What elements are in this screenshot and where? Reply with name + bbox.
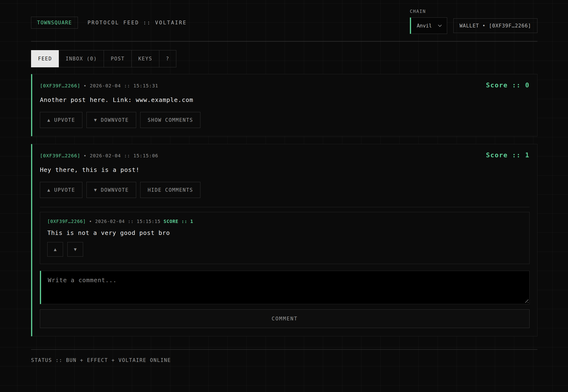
downvote-triangle-icon: ▼ [74,247,77,252]
upvote-label: UPVOTE [54,187,75,193]
header-left: TOWNSQUARE PROTOCOL FEED :: VOLTAIRE [31,17,187,29]
app-logo: TOWNSQUARE [31,17,78,29]
feed: [0XF39F…2266] • 2026-02-04 :: 15:15:31 S… [31,74,538,336]
downvote-button[interactable]: ▼ DOWNVOTE [86,182,136,198]
post-card: [0XF39F…2266] • 2026-02-04 :: 15:15:31 S… [31,74,538,136]
downvote-label: DOWNVOTE [101,187,129,193]
tab-inbox[interactable]: INBOX (0) [59,50,104,67]
chain-label: CHAIN [410,9,538,14]
post-timestamp: 2026-02-04 :: 15:15:06 [90,153,158,158]
comment-score: SCORE :: 1 [164,219,193,224]
page: TOWNSQUARE PROTOCOL FEED :: VOLTAIRE CHA… [31,0,538,363]
site-header: TOWNSQUARE PROTOCOL FEED :: VOLTAIRE CHA… [31,9,538,42]
status-bar: STATUS :: BUN + EFFECT + VOLTAIRE ONLINE [31,349,538,363]
meta-separator: • [89,219,92,224]
post-score: Score :: 0 [486,81,529,89]
post-score: Score :: 1 [486,151,529,159]
wallet-address: WALLET • [0XF39F…2266] [460,23,531,29]
upvote-triangle-icon: ▲ [47,118,51,122]
chevron-down-icon [438,23,442,27]
post-content: Hey there, this is a post! [40,166,529,173]
upvote-triangle-icon: ▲ [47,188,51,192]
comment-card: [0XF39F…2266] • 2026-02-04 :: 15:15:15 S… [40,212,529,264]
tab-bar: FEED INBOX (0) POST KEYS ? [31,50,538,67]
post-card: [0XF39F…2266] • 2026-02-04 :: 15:15:06 S… [31,144,538,336]
header-right: CHAIN Anvil WALLET • [0XF39F…2266] [410,9,538,34]
chain-select[interactable]: Anvil [410,17,447,34]
upvote-label: UPVOTE [54,117,75,123]
chain-select-value: Anvil [417,23,432,29]
comment-composer [40,271,529,304]
downvote-triangle-icon: ▼ [94,188,97,192]
tab-help[interactable]: ? [159,50,176,67]
toggle-comments-button[interactable]: HIDE COMMENTS [140,182,200,198]
comment-submit-button[interactable]: COMMENT [40,309,529,328]
comment-upvote-button[interactable]: ▲ [47,242,63,257]
status-text: STATUS :: BUN + EFFECT + VOLTAIRE ONLINE [31,357,171,363]
downvote-label: DOWNVOTE [101,117,129,123]
tab-keys[interactable]: KEYS [131,50,159,67]
meta-separator: • [84,83,87,89]
upvote-button[interactable]: ▲ UPVOTE [40,182,82,198]
post-content: Another post here. Link: www.example.com [40,97,529,103]
comment-timestamp: 2026-02-04 :: 15:15:15 [95,219,160,224]
tab-feed[interactable]: FEED [31,50,59,67]
tab-post[interactable]: POST [104,50,132,67]
downvote-triangle-icon: ▼ [94,118,97,122]
comments-section: [0XF39F…2266] • 2026-02-04 :: 15:15:15 S… [40,207,529,328]
page-title: PROTOCOL FEED :: VOLTAIRE [87,20,187,26]
wallet-button[interactable]: WALLET • [0XF39F…2266] [453,18,538,33]
post-timestamp: 2026-02-04 :: 15:15:31 [90,83,158,89]
comment-input[interactable] [40,271,529,304]
meta-separator: • [84,153,87,158]
comment-author: [0XF39F…2266] [47,219,86,224]
upvote-button[interactable]: ▲ UPVOTE [40,112,82,128]
post-author: [0XF39F…2266] [40,83,81,89]
app-logo-text: TOWNSQUARE [37,20,72,26]
toggle-comments-button[interactable]: SHOW COMMENTS [140,112,200,128]
downvote-button[interactable]: ▼ DOWNVOTE [86,112,136,128]
post-author: [0XF39F…2266] [40,153,81,158]
comment-downvote-button[interactable]: ▼ [67,242,83,257]
comment-content: This is not a very good post bro [47,229,522,236]
upvote-triangle-icon: ▲ [54,247,57,252]
